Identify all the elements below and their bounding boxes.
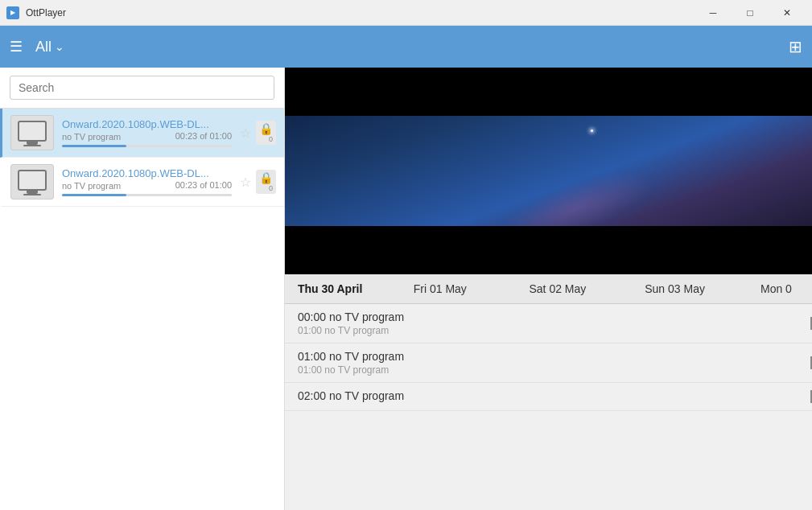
channel-info: Onward.2020.1080p.WEB-DL... no TV progra…: [62, 118, 232, 147]
program-time-sub: 01:00 no TV program: [298, 364, 799, 376]
video-background: [285, 68, 812, 274]
program-slot: 02:00 no TV program: [285, 383, 812, 411]
channel-time: 00:23 of 01:00: [175, 131, 232, 141]
progress-bar-fill: [62, 194, 126, 196]
favorite-icon[interactable]: ☆: [240, 175, 251, 190]
lock-icon[interactable]: 🔒 0: [256, 121, 276, 145]
channel-list: Onward.2020.1080p.WEB-DL... no TV progra…: [0, 109, 284, 510]
menu-icon[interactable]: ☰: [10, 38, 23, 56]
channel-actions: ☆ 🔒 0: [240, 170, 276, 194]
app-icon: ▶: [6, 6, 19, 19]
search-input[interactable]: [10, 76, 274, 100]
progress-bar-fill: [62, 145, 126, 147]
program-slot: 01:00 no TV program 01:00 no TV program: [285, 343, 812, 383]
video-black-bar-bottom: [285, 226, 812, 274]
program-slot: 00:00 no TV program 01:00 no TV program: [285, 304, 812, 343]
program-time-main: 00:00 no TV program: [298, 311, 799, 323]
lock-badge: 0: [269, 184, 273, 192]
timeline-day-mon[interactable]: Mon 0: [748, 274, 812, 303]
tv-icon: [18, 170, 47, 194]
timeline-programs: 00:00 no TV program 01:00 no TV program …: [285, 304, 812, 511]
tv-icon: [18, 121, 47, 145]
timeline-header: Thu 30 April Fri 01 May Sat 02 May Sun 0…: [285, 274, 812, 304]
main-layout: Onward.2020.1080p.WEB-DL... no TV progra…: [0, 68, 812, 510]
sidebar: Onward.2020.1080p.WEB-DL... no TV progra…: [0, 68, 285, 510]
favorite-icon[interactable]: ☆: [240, 125, 251, 141]
grid-view-icon[interactable]: ⊞: [789, 37, 802, 56]
video-area: [285, 68, 812, 274]
timeline-day-fri[interactable]: Fri 01 May: [401, 274, 517, 303]
close-button[interactable]: ✕: [769, 0, 806, 26]
video-black-bar-top: [285, 68, 812, 116]
lock-icon[interactable]: 🔒 0: [256, 170, 276, 194]
app-bar: ☰ All ⌄ ⊞: [0, 26, 812, 68]
program-time-main: 01:00 no TV program: [298, 350, 799, 363]
program-time-main: 02:00 no TV program: [298, 389, 799, 402]
app-bar-left: ☰ All ⌄: [10, 38, 64, 56]
maximize-button[interactable]: □: [732, 0, 769, 26]
channel-name: Onward.2020.1080p.WEB-DL...: [62, 118, 232, 130]
content-area: Thu 30 April Fri 01 May Sat 02 May Sun 0…: [285, 68, 812, 510]
channel-info: Onward.2020.1080p.WEB-DL... no TV progra…: [62, 167, 232, 196]
channel-thumbnail: [10, 164, 54, 199]
title-bar-left: ▶ OttPlayer: [6, 6, 66, 19]
channel-item[interactable]: Onward.2020.1080p.WEB-DL... no TV progra…: [0, 158, 284, 207]
filter-label: All: [35, 39, 52, 56]
video-star: [591, 130, 593, 132]
filter-dropdown[interactable]: All ⌄: [35, 39, 64, 56]
chevron-down-icon: ⌄: [55, 40, 64, 53]
search-bar: [0, 68, 284, 109]
channel-time: 00:23 of 01:00: [175, 180, 232, 190]
title-bar-controls: ─ □ ✕: [695, 0, 806, 26]
channel-item[interactable]: Onward.2020.1080p.WEB-DL... no TV progra…: [0, 109, 284, 158]
timeline-day-thu[interactable]: Thu 30 April: [285, 274, 401, 303]
program-time-sub: 01:00 no TV program: [298, 325, 799, 336]
progress-bar: [62, 145, 232, 147]
lock-badge: 0: [269, 135, 273, 143]
timeline-day-sun[interactable]: Sun 03 May: [632, 274, 748, 303]
timeline-day-sat[interactable]: Sat 02 May: [517, 274, 633, 303]
minimize-button[interactable]: ─: [695, 0, 732, 26]
channel-sub: no TV program: [62, 132, 121, 142]
title-bar: ▶ OttPlayer ─ □ ✕: [0, 0, 812, 26]
channel-thumbnail: [10, 115, 54, 150]
window-title: OttPlayer: [26, 7, 66, 19]
channel-sub: no TV program: [62, 181, 121, 191]
channel-actions: ☆ 🔒 0: [240, 121, 276, 145]
channel-name: Onward.2020.1080p.WEB-DL...: [62, 167, 232, 179]
progress-bar: [62, 194, 232, 196]
